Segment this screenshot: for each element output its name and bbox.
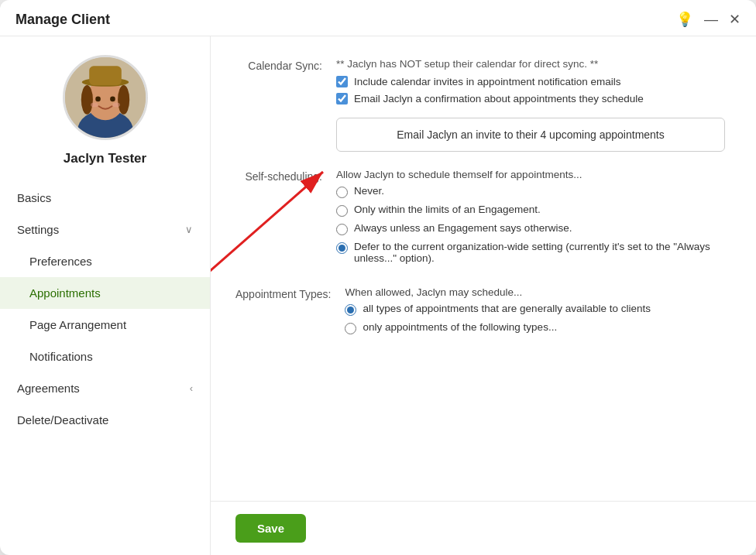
radio-only-types-label: only appointments of the following types… [363,321,557,333]
checkbox-row-2: Email Jaclyn a confirmation about appoin… [336,93,725,104]
calendar-sync-field: ** Jaclyn has NOT setup their calendar f… [336,58,725,152]
nav-item-delete[interactable]: Delete/Deactivate [0,404,210,436]
radio-always: Always unless an Engagement says otherwi… [336,222,725,235]
nav-list: Basics Settings ∨ Preferences Ap [0,182,210,436]
nav-link-agreements[interactable]: Agreements ‹ [0,372,210,404]
appointment-types-field: When allowed, Jaclyn may schedule... all… [345,286,725,340]
nav-link-basics[interactable]: Basics [0,182,210,214]
appointment-types-row: Appointment Types: When allowed, Jaclyn … [235,286,725,340]
radio-engagement-label: Only within the limits of an Engagement. [354,204,541,215]
nav-item-agreements[interactable]: Agreements ‹ [0,372,210,404]
self-scheduling-field: Allow Jaclyn to schedule themself for ap… [336,169,725,269]
radio-defer-label: Defer to the current organization-wide s… [354,241,725,264]
nav-item-basics[interactable]: Basics [0,182,210,214]
nav-item-appointments[interactable]: Appointments [0,277,210,309]
main-content: Calendar Sync: ** Jaclyn has NOT setup t… [211,36,756,555]
radio-only-types: only appointments of the following types… [345,321,725,334]
email-confirmation-label: Email Jaclyn a confirmation about appoin… [354,93,644,104]
avatar [63,55,148,140]
radio-all-types-label: all types of appointments that are gener… [363,303,650,314]
radio-always-label: Always unless an Engagement says otherwi… [354,222,572,234]
include-calendar-checkbox[interactable] [336,76,348,87]
window-actions: 💡 — ✕ [676,11,741,28]
svg-point-9 [110,97,115,102]
radio-never-input[interactable] [336,187,348,198]
radio-only-types-input[interactable] [345,323,356,334]
checkbox-row-1: Include calendar invites in appointment … [336,76,725,87]
self-scheduling-description: Allow Jaclyn to schedule themself for ap… [336,169,725,180]
minimize-icon[interactable]: — [704,12,718,28]
invite-button[interactable]: Email Jaclyn an invite to their 4 upcomi… [336,118,725,152]
svg-point-6 [81,85,92,115]
nav-item-preferences[interactable]: Preferences [0,245,210,277]
svg-point-11 [112,103,119,108]
save-button[interactable]: Save [235,514,306,543]
radio-never: Never. [336,185,725,198]
footer-bar: Save [211,501,756,555]
title-bar: Manage Client 💡 — ✕ [0,0,756,36]
nav-link-appointments[interactable]: Appointments [0,277,210,309]
radio-never-label: Never. [354,185,384,197]
nav-link-notifications[interactable]: Notifications [0,341,210,372]
radio-defer: Defer to the current organization-wide s… [336,241,725,264]
close-icon[interactable]: ✕ [729,11,741,28]
self-scheduling-label: Self-scheduling: [235,169,336,183]
nav-link-page-arrangement[interactable]: Page Arrangement [0,309,210,341]
window-body: Jaclyn Tester Basics Settings ∨ Preferen… [0,36,756,555]
nav-link-preferences[interactable]: Preferences [0,245,210,277]
svg-point-10 [91,103,98,108]
calendar-sync-note: ** Jaclyn has NOT setup their calendar f… [336,58,725,70]
agreements-chevron: ‹ [190,382,193,394]
nav-item-page-arrangement[interactable]: Page Arrangement [0,309,210,341]
radio-all-types: all types of appointments that are gener… [345,303,725,316]
nav-item-settings[interactable]: Settings ∨ [0,214,210,245]
calendar-sync-row: Calendar Sync: ** Jaclyn has NOT setup t… [235,58,725,152]
nav-item-notifications[interactable]: Notifications [0,341,210,372]
radio-always-input[interactable] [336,224,348,235]
svg-rect-5 [89,66,122,85]
self-scheduling-row: Self-scheduling: Allow Jaclyn to schedul… [235,169,725,269]
radio-all-types-input[interactable] [345,304,356,316]
settings-chevron: ∨ [185,224,193,235]
nav-link-delete[interactable]: Delete/Deactivate [0,404,210,436]
sidebar: Jaclyn Tester Basics Settings ∨ Preferen… [0,36,211,555]
appointment-types-description: When allowed, Jaclyn may schedule... [345,286,725,298]
radio-engagement: Only within the limits of an Engagement. [336,204,725,217]
email-confirmation-checkbox[interactable] [336,93,348,104]
calendar-sync-label: Calendar Sync: [235,58,336,72]
appointment-types-label: Appointment Types: [235,286,345,300]
client-name: Jaclyn Tester [64,151,146,166]
content-area: Calendar Sync: ** Jaclyn has NOT setup t… [211,36,756,501]
svg-point-7 [118,85,129,115]
window-title: Manage Client [15,12,110,28]
svg-point-8 [95,97,101,102]
radio-defer-input[interactable] [336,242,348,254]
nav-link-settings[interactable]: Settings ∨ [0,214,210,245]
include-calendar-label: Include calendar invites in appointment … [354,76,620,87]
radio-engagement-input[interactable] [336,205,348,217]
lightbulb-icon[interactable]: 💡 [676,11,693,28]
